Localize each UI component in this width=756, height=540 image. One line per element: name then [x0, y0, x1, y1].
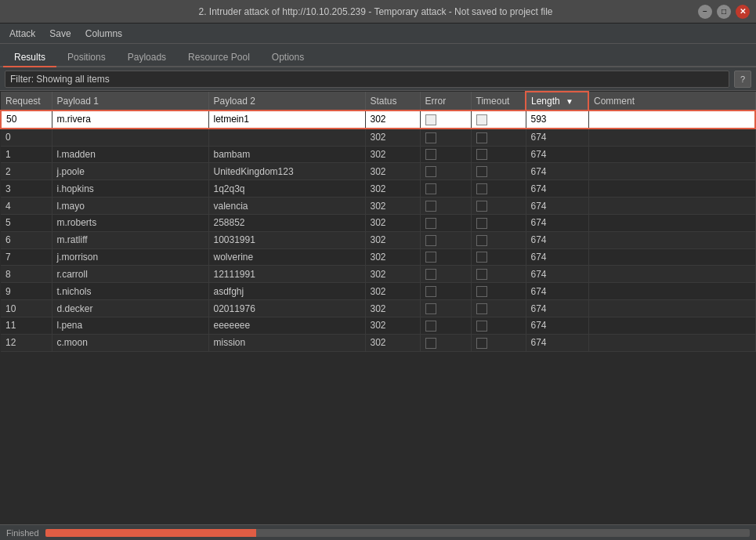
cell-request: 8: [1, 266, 52, 283]
cell-error[interactable]: [420, 180, 471, 198]
cell-error[interactable]: [420, 146, 471, 163]
cell-error-checkbox[interactable]: [425, 201, 436, 212]
cell-timeout[interactable]: [471, 231, 526, 248]
cell-error[interactable]: [420, 334, 471, 351]
cell-payload2: wolverine: [208, 248, 365, 266]
table-row[interactable]: 1l.maddenbambam302674: [1, 146, 755, 163]
cell-error[interactable]: [420, 248, 471, 266]
cell-timeout[interactable]: [471, 111, 526, 129]
cell-error[interactable]: [420, 111, 471, 129]
cell-timeout-checkbox[interactable]: [476, 183, 487, 194]
cell-error-checkbox[interactable]: [425, 114, 436, 125]
cell-error-checkbox[interactable]: [425, 286, 436, 297]
cell-timeout[interactable]: [471, 129, 526, 146]
col-header-payload2[interactable]: Payload 2: [208, 92, 365, 111]
cell-error[interactable]: [420, 129, 471, 146]
col-header-comment[interactable]: Comment: [588, 92, 755, 111]
cell-request: 50: [1, 111, 52, 129]
cell-timeout-checkbox[interactable]: [476, 218, 487, 229]
table-row[interactable]: 2j.pooleUnitedKingdom123302674: [1, 163, 755, 180]
cell-error-checkbox[interactable]: [425, 235, 436, 246]
table-row[interactable]: 0302674: [1, 129, 755, 146]
cell-error[interactable]: [420, 163, 471, 180]
cell-timeout[interactable]: [471, 283, 526, 300]
cell-error-checkbox[interactable]: [425, 252, 436, 263]
cell-timeout[interactable]: [471, 266, 526, 283]
table-row[interactable]: 3i.hopkins1q2q3q302674: [1, 180, 755, 198]
table-row[interactable]: 11l.penaeeeeeee302674: [1, 317, 755, 334]
cell-error[interactable]: [420, 317, 471, 334]
tab-options[interactable]: Options: [261, 49, 315, 66]
table-row[interactable]: 6m.ratliff10031991302674: [1, 231, 755, 248]
sort-arrow-icon: ▼: [566, 97, 573, 106]
help-button[interactable]: ?: [734, 71, 751, 88]
cell-error-checkbox[interactable]: [425, 166, 436, 177]
table-row[interactable]: 9t.nicholsasdfghj302674: [1, 283, 755, 300]
cell-timeout[interactable]: [471, 214, 526, 231]
table-row[interactable]: 12c.moonmission302674: [1, 334, 755, 351]
cell-payload2: eeeeeee: [208, 317, 365, 334]
cell-timeout-checkbox[interactable]: [476, 321, 487, 332]
cell-error[interactable]: [420, 231, 471, 248]
cell-timeout-checkbox[interactable]: [476, 303, 487, 314]
col-header-status[interactable]: Status: [365, 92, 420, 111]
cell-timeout-checkbox[interactable]: [476, 149, 487, 160]
menu-columns[interactable]: Columns: [79, 27, 128, 41]
cell-timeout[interactable]: [471, 146, 526, 163]
table-row[interactable]: 10d.decker02011976302674: [1, 300, 755, 317]
table-row[interactable]: 50m.riveraletmein1302593: [1, 111, 755, 129]
minimize-button[interactable]: −: [698, 5, 712, 19]
cell-comment: [588, 248, 755, 266]
cell-timeout-checkbox[interactable]: [476, 252, 487, 263]
cell-timeout-checkbox[interactable]: [476, 114, 487, 125]
cell-timeout-checkbox[interactable]: [476, 166, 487, 177]
cell-error[interactable]: [420, 266, 471, 283]
table-row[interactable]: 4l.mayovalencia302674: [1, 198, 755, 215]
cell-timeout[interactable]: [471, 198, 526, 215]
tab-positions[interactable]: Positions: [56, 49, 117, 66]
results-table-container[interactable]: Request Payload 1 Payload 2 Status Error…: [0, 91, 756, 524]
menu-attack[interactable]: Attack: [3, 27, 42, 41]
cell-error-checkbox[interactable]: [425, 269, 436, 280]
cell-timeout-checkbox[interactable]: [476, 338, 487, 349]
cell-error[interactable]: [420, 300, 471, 317]
cell-error[interactable]: [420, 283, 471, 300]
cell-timeout[interactable]: [471, 180, 526, 198]
col-header-request[interactable]: Request: [1, 92, 52, 111]
col-header-error[interactable]: Error: [420, 92, 471, 111]
cell-timeout-checkbox[interactable]: [476, 235, 487, 246]
cell-timeout[interactable]: [471, 334, 526, 351]
cell-error-checkbox[interactable]: [425, 132, 436, 143]
col-header-length[interactable]: Length ▼: [526, 92, 588, 111]
cell-timeout[interactable]: [471, 300, 526, 317]
col-header-timeout[interactable]: Timeout: [471, 92, 526, 111]
table-row[interactable]: 7j.morrisonwolverine302674: [1, 248, 755, 266]
cell-error-checkbox[interactable]: [425, 183, 436, 194]
cell-error-checkbox[interactable]: [425, 303, 436, 314]
cell-error-checkbox[interactable]: [425, 338, 436, 349]
cell-timeout-checkbox[interactable]: [476, 201, 487, 212]
cell-request: 2: [1, 163, 52, 180]
menu-save[interactable]: Save: [43, 27, 77, 41]
cell-error[interactable]: [420, 198, 471, 215]
cell-error-checkbox[interactable]: [425, 218, 436, 229]
cell-error-checkbox[interactable]: [425, 321, 436, 332]
filter-input[interactable]: [5, 71, 729, 88]
cell-timeout-checkbox[interactable]: [476, 269, 487, 280]
cell-timeout[interactable]: [471, 163, 526, 180]
cell-error-checkbox[interactable]: [425, 149, 436, 160]
cell-timeout-checkbox[interactable]: [476, 286, 487, 297]
cell-timeout[interactable]: [471, 317, 526, 334]
cell-timeout[interactable]: [471, 248, 526, 266]
cell-timeout-checkbox[interactable]: [476, 132, 487, 143]
col-header-payload1[interactable]: Payload 1: [52, 92, 208, 111]
tab-resource-pool[interactable]: Resource Pool: [177, 49, 261, 66]
table-row[interactable]: 5m.roberts258852302674: [1, 214, 755, 231]
cell-error[interactable]: [420, 214, 471, 231]
cell-length: 593: [526, 111, 588, 129]
table-row[interactable]: 8r.carroll12111991302674: [1, 266, 755, 283]
maximize-button[interactable]: □: [717, 5, 731, 19]
close-button[interactable]: ✕: [736, 5, 750, 19]
tab-payloads[interactable]: Payloads: [117, 49, 177, 66]
tab-results[interactable]: Results: [3, 49, 56, 67]
